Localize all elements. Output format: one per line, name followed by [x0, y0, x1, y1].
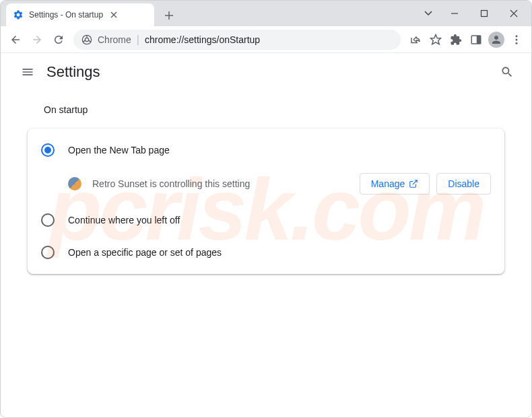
maximize-button[interactable] — [469, 3, 499, 24]
tab-title: Settings - On startup — [29, 10, 103, 20]
extension-notice-text: Retro Sunset is controlling this setting — [92, 178, 349, 189]
svg-point-5 — [516, 35, 518, 37]
content-area: On startup Open the New Tab page Retro S… — [1, 91, 531, 287]
address-label: Chrome — [98, 34, 131, 45]
minimize-button[interactable] — [440, 3, 469, 24]
bookmark-icon[interactable] — [426, 30, 445, 49]
startup-options-card: Open the New Tab page Retro Sunset is co… — [28, 129, 504, 274]
sidepanel-icon[interactable] — [467, 30, 486, 49]
radio-label: Open a specific page or set of pages — [68, 247, 222, 258]
section-title: On startup — [44, 104, 504, 115]
tab-search-icon[interactable] — [417, 3, 440, 24]
manage-label: Manage — [371, 178, 405, 189]
radio-label: Open the New Tab page — [68, 145, 170, 155]
radio-option-continue[interactable]: Continue where you left off — [28, 204, 504, 236]
open-external-icon — [409, 179, 418, 188]
gear-icon — [13, 9, 24, 20]
page-title: Settings — [46, 63, 100, 81]
browser-toolbar: Chrome | chrome://settings/onStartup — [1, 26, 531, 53]
share-icon[interactable] — [406, 30, 425, 49]
browser-tab[interactable]: Settings - On startup — [6, 3, 154, 26]
svg-point-7 — [516, 42, 518, 44]
radio-label: Continue where you left off — [68, 215, 180, 225]
chrome-icon — [81, 34, 92, 45]
close-tab-icon[interactable] — [108, 9, 119, 20]
extension-notice: Retro Sunset is controlling this setting… — [28, 166, 504, 204]
forward-button[interactable] — [28, 30, 46, 49]
radio-option-specific-page[interactable]: Open a specific page or set of pages — [28, 236, 504, 269]
svg-point-2 — [85, 38, 88, 41]
reload-button[interactable] — [49, 30, 68, 49]
menu-icon[interactable] — [507, 30, 526, 49]
search-icon[interactable] — [494, 59, 521, 85]
address-bar[interactable]: Chrome | chrome://settings/onStartup — [73, 30, 401, 50]
disable-button[interactable]: Disable — [436, 173, 491, 195]
close-window-button[interactable] — [499, 3, 529, 24]
manage-button[interactable]: Manage — [360, 173, 430, 195]
radio-icon — [41, 213, 55, 227]
radio-icon — [41, 143, 55, 157]
svg-line-8 — [413, 180, 417, 184]
disable-label: Disable — [448, 178, 479, 189]
back-button[interactable] — [6, 30, 25, 49]
new-tab-button[interactable] — [160, 6, 178, 25]
hamburger-icon[interactable] — [11, 56, 44, 88]
titlebar: Settings - On startup — [1, 1, 531, 26]
profile-avatar[interactable] — [487, 30, 506, 49]
extension-icon — [68, 177, 81, 190]
svg-point-6 — [516, 38, 518, 40]
svg-rect-0 — [481, 11, 488, 17]
svg-rect-4 — [477, 36, 481, 44]
address-url: chrome://settings/onStartup — [145, 34, 260, 45]
radio-option-new-tab[interactable]: Open the New Tab page — [28, 134, 504, 166]
address-separator: | — [137, 34, 139, 46]
radio-icon — [41, 246, 55, 259]
settings-header: Settings — [1, 53, 531, 91]
extensions-icon[interactable] — [446, 30, 465, 49]
